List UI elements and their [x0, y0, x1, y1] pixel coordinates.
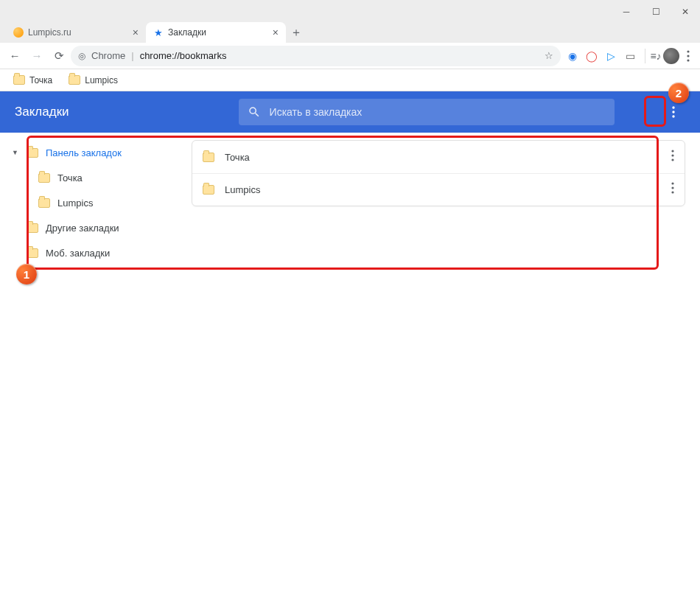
- svg-point-0: [687, 50, 689, 52]
- sidebar-item-folder[interactable]: Lumpics: [0, 190, 192, 215]
- annotation-badge: 2: [668, 83, 689, 103]
- browser-tab[interactable]: Lumpics.ru ×: [6, 22, 146, 43]
- favicon-icon: [13, 27, 24, 38]
- bookmark-row-label: Lumpics: [225, 184, 260, 195]
- sidebar-item-label: Другие закладки: [46, 223, 119, 234]
- svg-point-5: [672, 115, 674, 117]
- bookmark-row-label: Точка: [225, 152, 250, 163]
- address-bar[interactable]: ◎ Chrome | chrome://bookmarks ☆: [71, 46, 561, 66]
- media-control-icon[interactable]: ≡♪: [650, 50, 662, 62]
- extension-icon[interactable]: ▭: [624, 50, 636, 62]
- bookmarks-menu-button[interactable]: [662, 100, 685, 124]
- bookmarks-main: ▼ Панель закладок Точка Lumpics Другие з…: [0, 133, 700, 591]
- svg-point-2: [687, 59, 689, 61]
- tab-strip: Lumpics.ru × ★ Закладки × ＋: [0, 21, 700, 43]
- profile-avatar[interactable]: [663, 48, 679, 64]
- folder-icon: [38, 198, 50, 208]
- row-menu-button[interactable]: [671, 182, 674, 197]
- row-menu-button[interactable]: [671, 150, 674, 165]
- tab-label: Lumpics.ru: [28, 27, 128, 38]
- page-title: Закладки: [15, 105, 69, 119]
- bookmarks-bar-item[interactable]: Lumpics: [63, 73, 124, 88]
- folder-icon: [38, 173, 50, 183]
- browser-toolbar: ← → ⟳ ◎ Chrome | chrome://bookmarks ☆ ◉ …: [0, 43, 700, 69]
- tab-close-icon[interactable]: ×: [273, 27, 279, 38]
- bookmarks-sidebar: ▼ Панель закладок Точка Lumpics Другие з…: [0, 133, 192, 591]
- extension-icon[interactable]: ▷: [605, 50, 617, 62]
- svg-point-11: [671, 191, 673, 193]
- sidebar-item-label: Lumpics: [57, 197, 93, 209]
- extensions-area: ◉ ◯ ▷ ▭: [562, 50, 640, 62]
- svg-point-1: [687, 55, 689, 57]
- folder-icon: [69, 75, 80, 85]
- new-tab-button[interactable]: ＋: [286, 22, 307, 43]
- sidebar-item-label: Точка: [57, 172, 83, 183]
- bookmarks-header: Закладки: [0, 91, 700, 133]
- tab-label: Закладки: [168, 27, 268, 38]
- folder-icon: [203, 153, 214, 162]
- search-input[interactable]: [270, 106, 606, 118]
- forward-button[interactable]: →: [27, 46, 47, 66]
- sidebar-item-label: Моб. закладки: [46, 248, 110, 259]
- svg-point-9: [671, 182, 673, 184]
- folder-icon: [27, 248, 38, 258]
- bookmarks-bar-item-label: Lumpics: [85, 75, 118, 85]
- bookmarks-bar-item-label: Точка: [29, 75, 52, 85]
- bookmark-row[interactable]: Точка: [192, 141, 685, 173]
- sidebar-item-bookmarks-bar[interactable]: ▼ Панель закладок: [0, 140, 192, 165]
- bookmarks-bar-item[interactable]: Точка: [7, 73, 58, 88]
- svg-point-4: [672, 111, 674, 113]
- sidebar-item-label: Панель закладок: [46, 147, 122, 158]
- tab-close-icon[interactable]: ×: [133, 27, 139, 38]
- url-path: chrome://bookmarks: [140, 50, 227, 61]
- browser-menu-button[interactable]: [681, 50, 696, 62]
- annotation-badge: 1: [16, 264, 37, 284]
- folder-icon: [27, 148, 38, 158]
- bookmarks-content: Точка Lumpics: [192, 133, 700, 591]
- site-info-icon[interactable]: ◎: [78, 51, 85, 61]
- reload-button[interactable]: ⟳: [49, 46, 69, 66]
- extension-icon[interactable]: ◉: [567, 50, 578, 62]
- folder-icon: [203, 185, 214, 195]
- extension-icon[interactable]: ◯: [586, 50, 598, 62]
- url-host: Chrome: [91, 50, 125, 61]
- svg-point-7: [671, 154, 673, 156]
- svg-point-8: [671, 158, 673, 161]
- sidebar-item-mobile-bookmarks[interactable]: Моб. закладки: [0, 240, 192, 265]
- svg-point-10: [671, 186, 673, 189]
- svg-point-6: [671, 150, 673, 152]
- favicon-star-icon: ★: [153, 27, 164, 38]
- search-icon: [248, 105, 261, 119]
- bookmarks-list: Точка Lumpics: [192, 140, 685, 206]
- folder-icon: [13, 75, 25, 85]
- back-button[interactable]: ←: [4, 46, 25, 66]
- svg-point-3: [672, 106, 674, 108]
- expand-icon[interactable]: ▼: [12, 149, 19, 156]
- folder-icon: [27, 223, 38, 233]
- bookmarks-search[interactable]: [239, 99, 615, 125]
- sidebar-item-folder[interactable]: Точка: [0, 165, 192, 190]
- bookmark-row[interactable]: Lumpics: [192, 173, 685, 206]
- browser-tab[interactable]: ★ Закладки ×: [146, 22, 286, 43]
- bookmarks-bar: Точка Lumpics: [0, 69, 700, 91]
- bookmark-star-icon[interactable]: ☆: [545, 50, 553, 61]
- sidebar-item-other-bookmarks[interactable]: Другие закладки: [0, 215, 192, 240]
